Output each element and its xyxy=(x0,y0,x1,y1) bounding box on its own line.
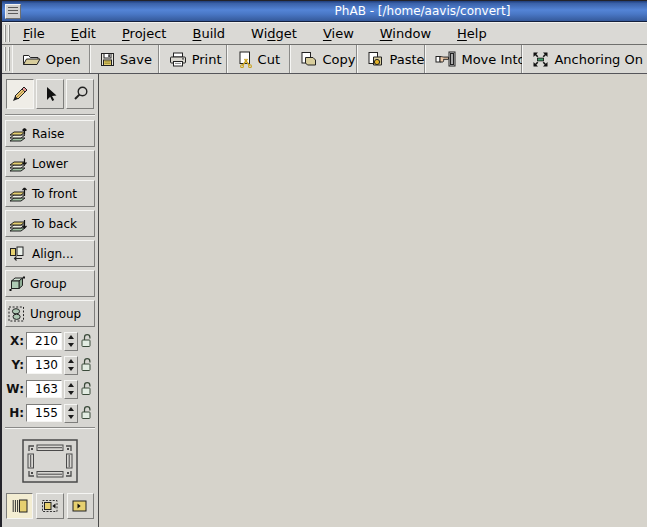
design-canvas[interactable] xyxy=(99,74,647,527)
group-label: Group xyxy=(30,277,67,291)
print-label: Print xyxy=(192,52,222,67)
anchoring-label: Anchoring On xyxy=(554,52,643,67)
anchoring-button[interactable]: Anchoring On xyxy=(522,45,647,73)
geometry-row-w: W: xyxy=(5,379,95,399)
paste-label: Paste xyxy=(389,52,424,67)
print-button[interactable]: Print xyxy=(159,45,227,73)
ungroup-icon xyxy=(8,306,26,322)
left-panel: Raise Lower xyxy=(2,74,99,527)
move-into-button[interactable]: Move Into xyxy=(425,45,522,73)
x-spin-up-icon[interactable] xyxy=(65,333,77,342)
layers-to-front-icon xyxy=(8,186,28,202)
toolbar-gripper[interactable] xyxy=(4,47,11,71)
menubar-gripper[interactable] xyxy=(4,25,11,42)
h-spinner xyxy=(64,404,78,423)
y-label: Y: xyxy=(5,358,24,372)
module-list-icon xyxy=(11,498,29,514)
h-lock-button[interactable] xyxy=(80,405,93,421)
open-label: Open xyxy=(46,52,81,67)
group-button[interactable]: Group xyxy=(5,270,95,297)
to-front-button[interactable]: To front xyxy=(5,180,95,207)
open-button[interactable]: Open xyxy=(12,45,90,73)
raise-label: Raise xyxy=(32,127,64,141)
x-lock-icon xyxy=(80,333,93,349)
x-input[interactable] xyxy=(26,332,62,350)
align-icon xyxy=(8,246,28,262)
y-input[interactable] xyxy=(26,356,62,374)
layers-lower-icon xyxy=(8,156,28,172)
w-spin-down-icon[interactable] xyxy=(65,389,77,398)
align-button[interactable]: Align... xyxy=(5,240,95,267)
menu-project[interactable]: Project xyxy=(121,25,168,42)
anchor-frame-control[interactable] xyxy=(22,439,78,486)
copy-label: Copy xyxy=(322,52,355,67)
w-spin-up-icon[interactable] xyxy=(65,381,77,390)
tool-palette xyxy=(6,79,94,109)
panel-separator xyxy=(5,114,95,116)
window-menu-icon xyxy=(8,7,18,16)
collapse-left-icon xyxy=(41,498,59,514)
x-spinner xyxy=(64,332,78,351)
to-back-button[interactable]: To back xyxy=(5,210,95,237)
cut-button[interactable]: Cut xyxy=(227,45,291,73)
paste-button[interactable]: Paste xyxy=(357,45,425,73)
window-menu-button[interactable] xyxy=(5,4,21,19)
geometry-row-x: X: xyxy=(5,331,95,351)
y-lock-icon xyxy=(80,357,93,373)
move-into-label: Move Into xyxy=(461,52,525,67)
anchor-frame-icon xyxy=(22,439,78,483)
w-label: W: xyxy=(5,382,24,396)
group-icon xyxy=(8,276,26,292)
h-label: H: xyxy=(5,406,24,420)
printer-icon xyxy=(169,52,187,67)
ungroup-button[interactable]: Ungroup xyxy=(5,300,95,327)
w-input[interactable] xyxy=(26,380,62,398)
copy-pages-icon xyxy=(300,51,317,67)
hand-door-icon xyxy=(435,51,456,67)
h-input[interactable] xyxy=(26,404,62,422)
collapse-left-button[interactable] xyxy=(36,493,63,519)
menu-widget[interactable]: Widget xyxy=(250,25,298,42)
y-spin-down-icon[interactable] xyxy=(65,365,77,374)
expand-right-button[interactable] xyxy=(67,493,94,519)
panel-separator xyxy=(5,427,95,429)
view-buttons xyxy=(6,493,94,519)
anchor-arrows-icon xyxy=(532,51,549,68)
y-spin-up-icon[interactable] xyxy=(65,357,77,366)
save-label: Save xyxy=(120,52,152,67)
w-lock-icon xyxy=(80,381,93,397)
raise-button[interactable]: Raise xyxy=(5,120,95,147)
copy-button[interactable]: Copy xyxy=(290,45,357,73)
menu-help[interactable]: Help xyxy=(456,25,488,42)
scissors-page-icon xyxy=(237,51,253,68)
w-lock-button[interactable] xyxy=(80,381,93,397)
geometry-row-h: H: xyxy=(5,403,95,423)
x-lock-button[interactable] xyxy=(80,333,93,349)
h-lock-icon xyxy=(80,405,93,421)
select-tool-button[interactable] xyxy=(36,79,64,109)
menu-view[interactable]: View xyxy=(322,25,355,42)
align-label: Align... xyxy=(32,247,74,261)
to-front-label: To front xyxy=(32,187,77,201)
menu-build[interactable]: Build xyxy=(191,25,226,42)
y-lock-button[interactable] xyxy=(80,357,93,373)
menu-file[interactable]: File xyxy=(22,25,46,42)
h-spin-down-icon[interactable] xyxy=(65,413,77,422)
phab-window: PhAB - [/home/aavis/convert] File Edit P… xyxy=(0,0,647,527)
titlebar[interactable]: PhAB - [/home/aavis/convert] xyxy=(2,1,647,22)
show-modules-button[interactable] xyxy=(6,493,33,519)
lower-label: Lower xyxy=(32,157,68,171)
menu-window[interactable]: Window xyxy=(379,25,432,42)
pencil-icon xyxy=(10,84,30,104)
h-spin-up-icon[interactable] xyxy=(65,405,77,414)
paste-clipboard-icon xyxy=(367,51,384,67)
magnify-tool-button[interactable] xyxy=(66,79,94,109)
x-spin-down-icon[interactable] xyxy=(65,341,77,350)
save-button[interactable]: Save xyxy=(90,45,159,73)
cut-label: Cut xyxy=(258,52,280,67)
layers-raise-icon xyxy=(8,126,28,142)
floppy-disk-icon xyxy=(100,52,115,67)
lower-button[interactable]: Lower xyxy=(5,150,95,177)
draw-tool-button[interactable] xyxy=(6,79,34,109)
menu-edit[interactable]: Edit xyxy=(70,25,97,42)
